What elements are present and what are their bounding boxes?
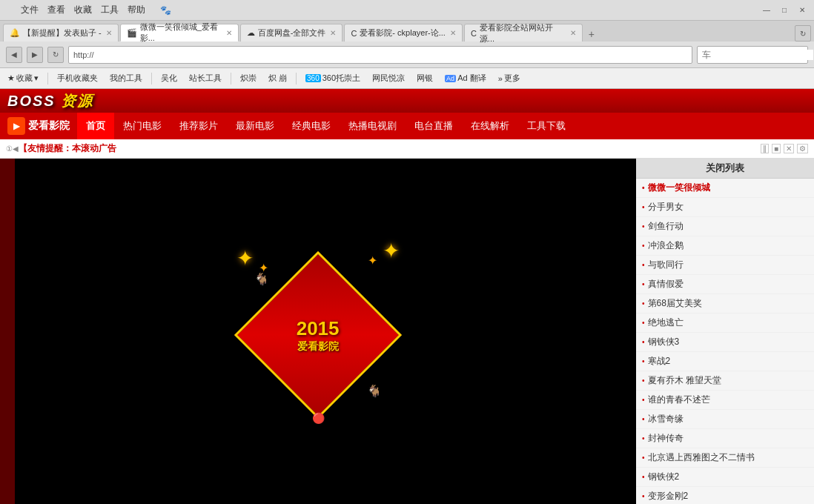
panel-item-8[interactable]: • 钢铁侠3 — [636, 333, 814, 352]
panel-item-3-label: 冲浪企鹅 — [648, 239, 684, 252]
menu-help[interactable]: 帮助 — [128, 4, 145, 16]
diamond-shape: 2015 爱看影院 🐐 🐐 — [234, 251, 402, 418]
panel-item-9-label: 寒战2 — [648, 355, 671, 368]
panel-item-13[interactable]: • 封神传奇 — [636, 429, 814, 448]
bookmark-chibeng-label: 炽 崩 — [268, 73, 287, 84]
nav-radio[interactable]: 电台直播 — [406, 113, 462, 139]
video-area: ✦ ✦ ✦ ✦ 2015 爱看影院 🐐 — [0, 159, 636, 504]
panel-item-5[interactable]: • 真情假爱 — [636, 275, 814, 294]
panel-item-12-label: 冰雪奇缘 — [648, 413, 684, 425]
ad-settings-icon[interactable]: ⚙ — [797, 144, 808, 153]
address-input[interactable]: http:// — [68, 46, 692, 64]
refresh-button[interactable]: ↻ — [795, 25, 811, 42]
panel-item-9[interactable]: • 寒战2 — [636, 352, 814, 371]
ad-arrow: ◀ — [13, 145, 19, 153]
tab-1-close[interactable]: ✕ — [106, 29, 112, 37]
bottom-decoration: 🔴 — [312, 412, 325, 424]
panel-item-2[interactable]: • 剑鱼行动 — [636, 217, 814, 236]
nav-tv[interactable]: 热播电视剧 — [340, 113, 406, 139]
panel-item-10[interactable]: • 夏有乔木 雅望天堂 — [636, 371, 814, 391]
panel-item-15[interactable]: • 钢铁侠2 — [636, 468, 814, 487]
tab-5[interactable]: C 爱看影院全站网站开源... ✕ — [464, 24, 583, 42]
menu-tools[interactable]: 工具 — [101, 4, 119, 16]
panel-item-2-label: 剑鱼行动 — [648, 220, 684, 233]
bookmarks-bar: ★ 收藏 ▾ 手机收藏夹 我的工具 吴化 站长工具 炽崇 炽 崩 360 360… — [0, 68, 814, 89]
video-player[interactable]: ✦ ✦ ✦ ✦ 2015 爱看影院 🐐 — [0, 159, 636, 504]
tab-2-close[interactable]: ✕ — [226, 29, 232, 37]
nav-recommended[interactable]: 推荐影片 — [171, 113, 227, 139]
panel-item-1[interactable]: • 分手男女 — [636, 198, 814, 217]
panel-item-1-label: 分手男女 — [648, 201, 684, 213]
tab-favicon-2: 🎬 — [127, 28, 137, 38]
panel-item-11[interactable]: • 谁的青春不述芒 — [636, 391, 814, 410]
maximize-button[interactable]: □ — [778, 4, 790, 16]
menu-view[interactable]: 查看 — [47, 4, 65, 16]
refresh-addr-button[interactable]: ↻ — [47, 47, 64, 63]
nav-classic[interactable]: 经典电影 — [283, 113, 340, 139]
bookmark-mobile[interactable]: 手机收藏夹 — [53, 71, 102, 85]
bookmark-tools[interactable]: 我的工具 — [105, 71, 147, 85]
tab-1[interactable]: 🔔 【新提醒】发表贴子 - ✕ — [3, 24, 119, 42]
left-red-panel — [0, 159, 15, 504]
sparkle-right: ✦ — [383, 239, 400, 263]
panel-item-0[interactable]: • 微微一笑很倾城 — [636, 179, 814, 198]
tab-3-close[interactable]: ✕ — [330, 29, 336, 37]
bookmark-translate[interactable]: Ad Ad 翻译 — [440, 71, 491, 85]
bullet-7: • — [642, 319, 645, 327]
panel-item-4-label: 与歌同行 — [648, 259, 684, 271]
nav-new-movies[interactable]: 最新电影 — [227, 113, 283, 139]
tab-4-close[interactable]: ✕ — [450, 29, 456, 37]
menu-file[interactable]: 文件 — [21, 4, 39, 16]
panel-item-3[interactable]: • 冲浪企鹅 — [636, 236, 814, 256]
bookmark-more[interactable]: » 更多 — [494, 71, 525, 85]
ad-close-icon[interactable]: ✕ — [784, 144, 794, 153]
search-input[interactable] — [702, 50, 813, 60]
bookmark-wangmin[interactable]: 网民悦凉 — [368, 71, 409, 85]
panel-item-10-label: 夏有乔木 雅望天堂 — [648, 374, 721, 387]
sparkle-left: ✦ — [236, 246, 254, 271]
forward-button[interactable]: ▶ — [27, 47, 43, 63]
panel-item-5-label: 真情假爱 — [648, 278, 684, 291]
panel-item-4[interactable]: • 与歌同行 — [636, 256, 814, 275]
tabs-bar: 🔔 【新提醒】发表贴子 - ✕ 🎬 微微一笑很倾城_爱看影... ✕ ☁ 百度网… — [0, 21, 814, 42]
bookmark-favorites[interactable]: ★ 收藏 ▾ — [3, 71, 43, 85]
bullet-2: • — [642, 222, 645, 231]
menu-bookmarks[interactable]: 收藏 — [74, 4, 92, 16]
close-button[interactable]: ✕ — [796, 4, 808, 16]
nav-online-parse[interactable]: 在线解析 — [462, 113, 518, 139]
tab-5-close[interactable]: ✕ — [570, 29, 576, 37]
new-tab-button[interactable]: + — [584, 27, 599, 42]
bookmark-more-label: 更多 — [504, 73, 520, 84]
ad-pause-icon[interactable]: ‖ — [761, 144, 769, 153]
back-button[interactable]: ◀ — [6, 47, 22, 63]
nav-home[interactable]: 首页 — [77, 113, 114, 139]
bullet-15: • — [642, 473, 645, 481]
nav-tools[interactable]: 工具下载 — [518, 113, 575, 139]
panel-item-12[interactable]: • 冰雪奇缘 — [636, 410, 814, 429]
panel-item-16[interactable]: • 变形金刚2 — [636, 487, 814, 504]
nav-logo-text: 爱看影院 — [28, 119, 70, 133]
tab-4[interactable]: C 爱看影院- ckplayer-论... ✕ — [344, 24, 462, 42]
bookmark-wangmin-label: 网民悦凉 — [372, 73, 405, 84]
panel-item-14[interactable]: • 北京遇上西雅图之不二情书 — [636, 448, 814, 468]
bookmark-chibeng[interactable]: 炽 崩 — [264, 71, 291, 85]
panel-item-6[interactable]: • 第68届艾美奖 — [636, 294, 814, 314]
bookmark-stationtools[interactable]: 站长工具 — [185, 71, 226, 85]
bullet-10: • — [642, 377, 645, 385]
bookmark-tools-label: 我的工具 — [110, 73, 142, 84]
nav-hot-movies[interactable]: 热门电影 — [114, 113, 171, 139]
tab-3[interactable]: ☁ 百度网盘-全部文件 ✕ — [240, 24, 343, 42]
bookmark-chisong[interactable]: 炽崇 — [236, 71, 261, 85]
panel-item-14-label: 北京遇上西雅图之不二情书 — [648, 451, 755, 464]
profile-icon[interactable]: 🐾 — [160, 5, 171, 16]
browser-window: 文件 查看 收藏 工具 帮助 🐾 — □ ✕ 🔔 【新提醒】发表贴子 - ✕ 🎬… — [0, 0, 814, 504]
bookmark-wuhua[interactable]: 吴化 — [156, 71, 182, 85]
bookmark-360[interactable]: 360 360托崇土 — [301, 71, 365, 85]
minimize-button[interactable]: — — [761, 4, 772, 16]
tab-2[interactable]: 🎬 微微一笑很倾城_爱看影... ✕ — [120, 24, 239, 42]
ad-stop-icon[interactable]: ■ — [772, 144, 781, 153]
bookmark-wangyin[interactable]: 网银 — [412, 71, 437, 85]
panel-item-7[interactable]: • 绝地逃亡 — [636, 314, 814, 333]
bullet-8: • — [642, 338, 645, 346]
bullet-3: • — [642, 242, 645, 250]
